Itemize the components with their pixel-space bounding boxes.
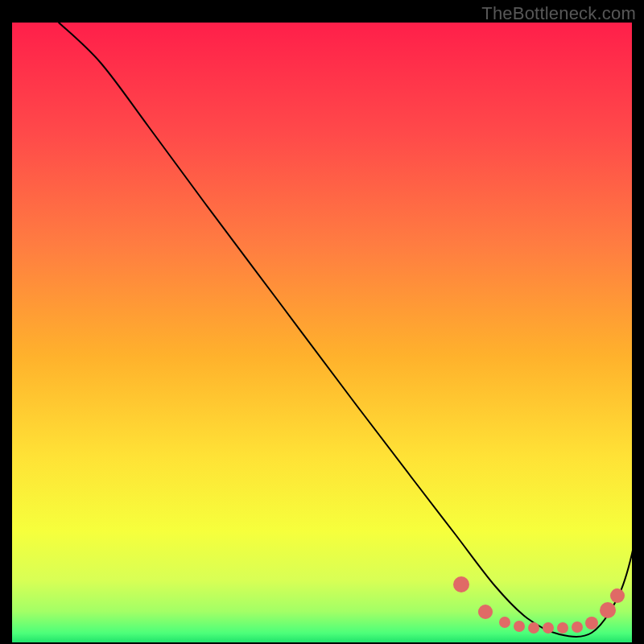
highlight-marker <box>499 617 510 628</box>
chart-container: TheBottleneck.com <box>0 0 644 644</box>
highlight-marker <box>543 622 554 634</box>
bottleneck-chart <box>0 0 644 644</box>
highlight-marker <box>514 621 525 632</box>
highlight-marker <box>528 622 539 634</box>
highlight-marker <box>585 617 598 630</box>
highlight-marker <box>610 588 625 603</box>
highlight-marker <box>453 576 469 592</box>
plot-background <box>12 23 632 642</box>
highlight-marker <box>557 622 568 634</box>
highlight-marker <box>572 621 583 633</box>
highlight-marker <box>478 605 493 619</box>
watermark-text: TheBottleneck.com <box>481 3 636 24</box>
highlight-marker <box>600 602 616 618</box>
